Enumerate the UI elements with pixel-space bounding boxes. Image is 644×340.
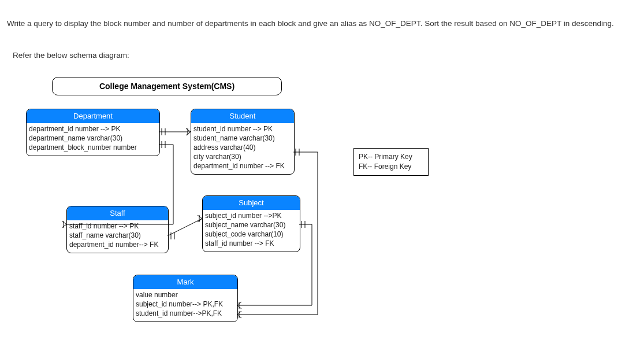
entity-field: department_id number --> FK (193, 161, 292, 171)
entity-subject-fields: subject_id number -->PK subject_name var… (203, 210, 300, 252)
entity-field: city varchar(30) (193, 152, 292, 161)
entity-staff-fields: staff_id number --> PK staff_name varcha… (67, 220, 168, 253)
system-title-text: College Management System(CMS) (99, 82, 234, 91)
entity-field: student_id number-->PK,FK (136, 309, 235, 318)
entity-field: department_name varchar(30) (29, 134, 157, 143)
entity-staff-name: Staff (67, 206, 168, 220)
entity-department: Department department_id number --> PK d… (26, 109, 160, 156)
question-text: Write a query to display the block numbe… (7, 19, 638, 29)
entity-student-name: Student (191, 109, 294, 123)
er-diagram: College Management System(CMS) Departmen… (23, 74, 416, 334)
entity-field: staff_id number --> PK (69, 221, 166, 231)
entity-field: subject_code varchar(10) (205, 230, 297, 239)
entity-student: Student student_id number --> PK student… (191, 109, 295, 175)
entity-field: department_id number--> FK (69, 240, 166, 249)
entity-field: subject_name varchar(30) (205, 220, 297, 230)
entity-field: value number (136, 290, 235, 300)
entity-department-name: Department (27, 109, 159, 123)
entity-field: staff_name varchar(30) (69, 231, 166, 240)
entity-field: student_id number --> PK (193, 124, 292, 134)
legend-box: PK-- Primary Key FK-- Foreign Key (353, 148, 429, 176)
entity-mark-fields: value number subject_id number--> PK,FK … (133, 289, 237, 322)
schema-subheading: Refer the below schema diagram: (13, 51, 129, 60)
entity-mark: Mark value number subject_id number--> P… (133, 275, 238, 322)
entity-student-fields: student_id number --> PK student_name va… (191, 123, 294, 175)
entity-staff: Staff staff_id number --> PK staff_name … (66, 206, 169, 253)
entity-field: subject_id number -->PK (205, 211, 297, 220)
legend-pk: PK-- Primary Key (359, 152, 423, 162)
entity-field: department_block_number number (29, 143, 157, 152)
entity-field: subject_id number--> PK,FK (136, 300, 235, 309)
entity-mark-name: Mark (133, 275, 237, 289)
entity-field: staff_id number --> FK (205, 239, 297, 248)
entity-field: department_id number --> PK (29, 124, 157, 134)
entity-field: address varchar(40) (193, 143, 292, 152)
entity-subject-name: Subject (203, 196, 300, 210)
entity-department-fields: department_id number --> PK department_n… (27, 123, 159, 156)
system-title-box: College Management System(CMS) (52, 77, 282, 95)
entity-field: student_name varchar(30) (193, 134, 292, 143)
legend-fk: FK-- Foreign Key (359, 162, 423, 172)
entity-subject: Subject subject_id number -->PK subject_… (202, 195, 300, 252)
